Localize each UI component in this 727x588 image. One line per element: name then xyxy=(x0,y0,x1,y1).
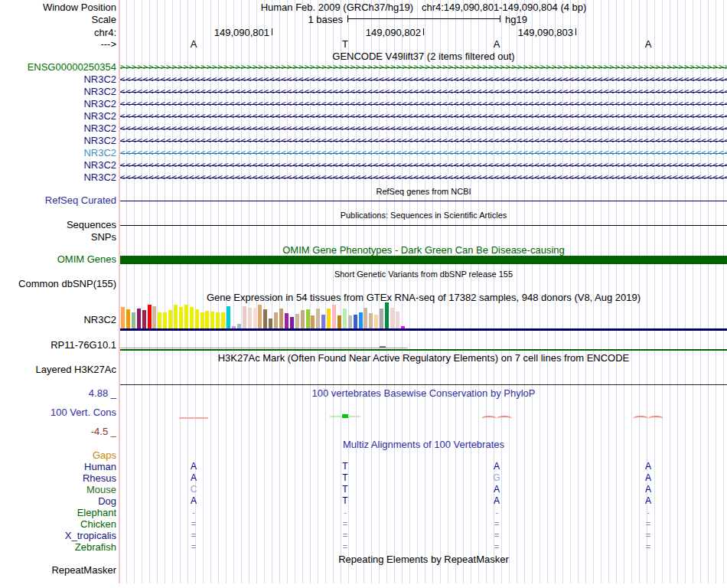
gtex-tissue-bar[interactable] xyxy=(385,302,389,328)
gene-strand-arrows[interactable]: <<<<<<<<<<<<<<<<<<<<<<<<<<<<<<<<<<<<<<<<… xyxy=(120,135,727,147)
gtex-tissue-bar[interactable] xyxy=(132,312,135,328)
gtex-tissue-bar[interactable] xyxy=(253,308,257,328)
phylop-negative-arc xyxy=(633,416,648,421)
h3k27ac-baseline xyxy=(120,384,727,385)
gene-strand-arrows[interactable]: <<<<<<<<<<<<<<<<<<<<<<<<<<<<<<<<<<<<<<<<… xyxy=(120,147,727,159)
gtex-tissue-bar[interactable] xyxy=(369,313,373,328)
gene-label-nr3c2[interactable]: NR3C2 xyxy=(0,135,116,147)
gene-strand-arrows[interactable]: <<<<<<<<<<<<<<<<<<<<<<<<<<<<<<<<<<<<<<<<… xyxy=(120,86,727,98)
gtex-tissue-bar[interactable] xyxy=(354,315,357,328)
gene-label-nr3c2[interactable]: NR3C2 xyxy=(0,122,116,135)
gtex-tissue-bar[interactable] xyxy=(311,315,315,328)
gene-strand-arrows[interactable]: <<<<<<<<<<<<<<<<<<<<<<<<<<<<<<<<<<<<<<<<… xyxy=(120,110,727,122)
gene-strand-arrows[interactable]: <<<<<<<<<<<<<<<<<<<<<<<<<<<<<<<<<<<<<<<<… xyxy=(120,98,727,110)
gene-label-nr3c2[interactable]: NR3C2 xyxy=(0,172,116,184)
gene-strand-arrows[interactable]: >>>>>>>>>>>>>>>>>>>>>>>>>>>>>>>>>>>>>>>>… xyxy=(120,61,727,74)
gtex-tissue-bar[interactable] xyxy=(390,308,394,328)
gtex-tissue-bar[interactable] xyxy=(158,312,161,328)
gtex-tissue-bar[interactable] xyxy=(243,306,246,328)
rp11-grey-line[interactable] xyxy=(120,348,408,348)
species-label-dog[interactable]: Dog xyxy=(0,495,116,507)
track-label-h3k27ac[interactable]: Layered H3K27Ac xyxy=(0,364,116,376)
gtex-tissue-bar[interactable] xyxy=(210,312,214,328)
sequences-item-line[interactable] xyxy=(120,225,727,226)
species-label-zebrafish[interactable]: Zebrafish xyxy=(0,541,116,553)
gtex-tissue-bar[interactable] xyxy=(285,313,289,328)
gtex-tissue-bar[interactable] xyxy=(380,309,383,328)
gtex-tissue-bar[interactable] xyxy=(306,309,310,328)
track-label-gtex-gene[interactable]: NR3C2 xyxy=(0,314,116,326)
gtex-tissue-bar[interactable] xyxy=(248,308,252,328)
gtex-tissue-bar[interactable] xyxy=(227,306,230,328)
gtex-tissue-bar[interactable] xyxy=(179,307,183,328)
gtex-tissue-bar[interactable] xyxy=(221,312,225,328)
track-label-common-dbsnp[interactable]: Common dbSNP(155) xyxy=(0,278,116,290)
gtex-tissue-bar[interactable] xyxy=(142,310,146,328)
gene-strand-arrows[interactable]: <<<<<<<<<<<<<<<<<<<<<<<<<<<<<<<<<<<<<<<<… xyxy=(120,172,727,184)
track-label-gaps[interactable]: Gaps xyxy=(0,449,116,462)
track-label-conservation[interactable]: 100 Vert. Cons xyxy=(0,407,116,419)
gtex-tissue-bar[interactable] xyxy=(321,315,325,328)
gtex-tissue-bar[interactable] xyxy=(152,306,156,328)
gene-label-nr3c2[interactable]: NR3C2 xyxy=(0,86,116,98)
gtex-tissue-bar[interactable] xyxy=(200,312,204,328)
gtex-tissue-bar[interactable] xyxy=(184,305,188,328)
gtex-tissue-bar[interactable] xyxy=(337,315,341,328)
gtex-tissue-bar[interactable] xyxy=(148,305,152,328)
species-label-x_tropicalis[interactable]: X_tropicalis xyxy=(0,530,116,541)
gene-label-nr3c2[interactable]: NR3C2 xyxy=(0,159,116,172)
rp11-gene-line[interactable] xyxy=(120,349,727,351)
species-label-chicken[interactable]: Chicken xyxy=(0,518,116,530)
gtex-tissue-bar[interactable] xyxy=(327,309,331,328)
gene-label-nr3c2[interactable]: NR3C2 xyxy=(0,147,116,159)
species-label-rhesus[interactable]: Rhesus xyxy=(0,472,116,484)
gtex-tissue-bar[interactable] xyxy=(301,310,305,328)
track-label-sequences[interactable]: Sequences xyxy=(0,219,116,231)
track-label-repeatmasker[interactable]: RepeatMasker xyxy=(0,564,116,577)
gtex-tissue-bar[interactable] xyxy=(137,309,141,328)
gtex-tissue-bar[interactable] xyxy=(348,315,352,328)
gtex-tissue-bar[interactable] xyxy=(396,312,399,328)
species-label-elephant[interactable]: Elephant xyxy=(0,507,116,518)
gtex-tissue-bar[interactable] xyxy=(126,309,130,328)
species-label-mouse[interactable]: Mouse xyxy=(0,484,116,495)
gtex-tissue-bar[interactable] xyxy=(364,308,367,328)
gtex-tissue-bar[interactable] xyxy=(343,309,347,328)
track-label-snps[interactable]: SNPs xyxy=(0,231,116,243)
gtex-track-title: Gene Expression in 54 tissues from GTEx … xyxy=(120,292,727,303)
gtex-tissue-bar[interactable] xyxy=(290,317,294,328)
gene-label-ensg00000250354[interactable]: ENSG00000250354 xyxy=(0,61,116,74)
gtex-tissue-bar[interactable] xyxy=(121,307,125,328)
gtex-expression-bar-chart[interactable] xyxy=(120,302,727,328)
gtex-tissue-bar[interactable] xyxy=(359,312,363,328)
gtex-tissue-bar[interactable] xyxy=(263,309,267,328)
gtex-tissue-bar[interactable] xyxy=(279,309,283,328)
gtex-tissue-bar[interactable] xyxy=(190,307,194,328)
gtex-tissue-bar[interactable] xyxy=(332,305,336,328)
gtex-tissue-bar[interactable] xyxy=(269,318,272,328)
gene-strand-arrows[interactable]: <<<<<<<<<<<<<<<<<<<<<<<<<<<<<<<<<<<<<<<<… xyxy=(120,122,727,135)
gene-label-nr3c2[interactable]: NR3C2 xyxy=(0,74,116,86)
omim-gene-bar[interactable] xyxy=(120,256,727,264)
gtex-tissue-bar[interactable] xyxy=(195,309,199,328)
gtex-tissue-bar[interactable] xyxy=(205,311,209,328)
species-label-human[interactable]: Human xyxy=(0,461,116,472)
gtex-tissue-bar[interactable] xyxy=(274,312,278,328)
gene-strand-arrows[interactable]: <<<<<<<<<<<<<<<<<<<<<<<<<<<<<<<<<<<<<<<<… xyxy=(120,159,727,172)
strand-direction-label[interactable]: ---> xyxy=(0,38,116,51)
gtex-tissue-bar[interactable] xyxy=(163,312,167,328)
gtex-tissue-bar[interactable] xyxy=(216,312,220,328)
gene-label-nr3c2[interactable]: NR3C2 xyxy=(0,110,116,122)
track-label-rp11[interactable]: RP11-76G10.1 xyxy=(0,339,116,351)
gtex-tissue-bar[interactable] xyxy=(316,309,320,328)
gtex-tissue-bar[interactable] xyxy=(168,310,172,328)
gene-label-nr3c2[interactable]: NR3C2 xyxy=(0,98,116,110)
gtex-tissue-bar[interactable] xyxy=(374,315,378,328)
track-label-omim-genes[interactable]: OMIM Genes xyxy=(0,253,116,266)
track-label-refseq-curated[interactable]: RefSeq Curated xyxy=(0,194,116,207)
gene-strand-arrows[interactable]: <<<<<<<<<<<<<<<<<<<<<<<<<<<<<<<<<<<<<<<<… xyxy=(120,74,727,86)
gtex-tissue-bar[interactable] xyxy=(295,314,299,328)
gtex-tissue-bar[interactable] xyxy=(174,305,178,328)
gtex-tissue-bar[interactable] xyxy=(258,305,262,328)
refseq-curated-item-line[interactable] xyxy=(120,201,727,201)
